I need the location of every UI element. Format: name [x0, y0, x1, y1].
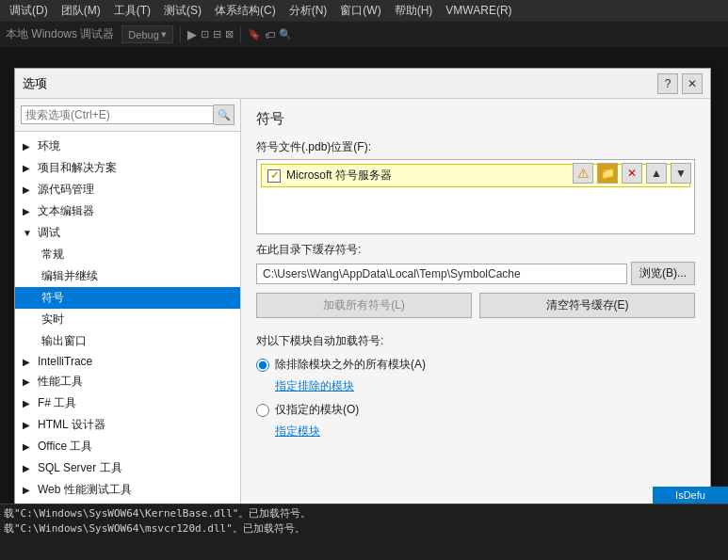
dialog-title: 选项	[23, 75, 47, 92]
tree-arrow-fsharp: ▶	[23, 398, 34, 408]
tree-label-sqlserver: SQL Server 工具	[38, 460, 122, 476]
symbols-file-label: 符号文件(.pdb)位置(F):	[256, 139, 695, 155]
tree-item-intellitrace[interactable]: ▶IntelliTrace	[15, 352, 240, 371]
menu-vmware[interactable]: VMWARE(R)	[440, 2, 517, 19]
dialog-help-button[interactable]: ?	[657, 73, 678, 94]
tree-arrow-webperf: ▶	[23, 485, 34, 495]
dialog-overlay: 选项 ? ✕ 🔍 ▶环境▶项目和解决方案▶源代码管理▶文本编辑器▼调试常规编辑并…	[0, 21, 728, 504]
right-panel: 符号 符号文件(.pdb)位置(F): ⚠ 📁 ✕ ▲ ▼	[241, 99, 710, 504]
menu-debug[interactable]: 调试(D)	[4, 1, 54, 21]
radio-all-modules[interactable]	[256, 359, 269, 372]
tree-label-symbols: 符号	[41, 290, 64, 306]
folder-icon: 📁	[601, 167, 615, 180]
symbols-file-area: ⚠ 📁 ✕ ▲ ▼ Microsoft 符号服务器	[256, 159, 695, 234]
dialog-controls: ? ✕	[657, 73, 703, 94]
menu-window[interactable]: 窗口(W)	[334, 1, 386, 21]
menu-architecture[interactable]: 体系结构(C)	[209, 1, 282, 21]
tree-arrow-project: ▶	[23, 163, 34, 173]
tree-label-htmldesigner: HTML 设计器	[38, 417, 105, 433]
radio-specific-modules-row: 仅指定的模块(O)	[256, 402, 695, 418]
tree-item-debug[interactable]: ▼调试	[15, 222, 240, 244]
tree-item-symbols[interactable]: 符号	[15, 287, 240, 309]
tree-label-debug: 调试	[38, 225, 60, 241]
tree-label-source: 源代码管理	[38, 182, 94, 198]
clear-cache-button[interactable]: 清空符号缓存(E)	[479, 293, 695, 318]
tree-arrow-source: ▶	[23, 184, 34, 195]
tree-label-project: 项目和解决方案	[38, 160, 117, 176]
menu-help[interactable]: 帮助(H)	[389, 1, 439, 21]
tree-item-fsharp[interactable]: ▶F# 工具	[15, 392, 240, 414]
browse-button[interactable]: 浏览(B)...	[631, 262, 695, 285]
delete-icon-btn[interactable]: ✕	[622, 163, 642, 184]
section-title: 符号	[256, 110, 695, 128]
search-icon-btn[interactable]: 🔍	[214, 104, 235, 125]
tree-label-intellitrace: IntelliTrace	[38, 355, 92, 368]
output-line-2: 载"C:\Windows\SysWOW64\msvcr120d.dll"。已加载…	[4, 521, 724, 536]
tree-arrow-env: ▶	[23, 141, 34, 152]
tree-item-source[interactable]: ▶源代码管理	[15, 179, 240, 200]
tree-item-texteditor[interactable]: ▶文本编辑器	[15, 200, 240, 222]
tree-item-sqlserver[interactable]: ▶SQL Server 工具	[15, 457, 240, 479]
tree-label-realtime: 实时	[41, 312, 64, 328]
menu-bar: 调试(D) 团队(M) 工具(T) 测试(S) 体系结构(C) 分析(N) 窗口…	[0, 0, 728, 21]
menu-test[interactable]: 测试(S)	[158, 1, 207, 21]
output-area: 载"C:\Windows\SysWOW64\KernelBase.dll"。已加…	[0, 504, 728, 560]
tree-arrow-sqlserver: ▶	[23, 463, 34, 473]
radio-specific-modules-label: 仅指定的模块(O)	[275, 402, 359, 418]
tree-item-officetools[interactable]: ▶Office 工具	[15, 436, 240, 457]
tree-arrow-officetools: ▶	[23, 441, 34, 452]
tree-item-htmldesigner[interactable]: ▶HTML 设计器	[15, 414, 240, 436]
up-icon-btn[interactable]: ▲	[646, 163, 667, 184]
left-panel: 🔍 ▶环境▶项目和解决方案▶源代码管理▶文本编辑器▼调试常规编辑并继续符号实时输…	[15, 99, 241, 504]
tree-item-output[interactable]: 输出窗口	[15, 330, 240, 352]
tree-arrow-intellitrace: ▶	[23, 357, 34, 367]
tree-item-perftools[interactable]: ▶性能工具	[15, 371, 240, 392]
tree-label-fsharp: F# 工具	[38, 395, 76, 411]
warning-icon-btn[interactable]: ⚠	[573, 163, 593, 184]
dialog-close-button[interactable]: ✕	[682, 73, 703, 94]
radio-specific-modules[interactable]	[256, 404, 269, 417]
symbol-server-text: Microsoft 符号服务器	[286, 168, 392, 184]
tree-item-general[interactable]: 常规	[15, 244, 240, 265]
tree-item-realtime[interactable]: 实时	[15, 309, 240, 330]
radio-all-modules-label: 除排除模块之外的所有模块(A)	[275, 357, 426, 373]
search-icon: 🔍	[218, 109, 231, 121]
cache-dir-label: 在此目录下缓存符号:	[256, 242, 695, 258]
options-dialog: 选项 ? ✕ 🔍 ▶环境▶项目和解决方案▶源代码管理▶文本编辑器▼调试常规编辑并…	[14, 68, 711, 544]
tree-item-env[interactable]: ▶环境	[15, 136, 240, 157]
symbol-checkbox[interactable]	[267, 169, 281, 183]
tree-label-perftools: 性能工具	[38, 374, 83, 390]
search-box: 🔍	[15, 99, 240, 132]
dialog-title-bar: 选项 ? ✕	[15, 69, 710, 99]
tree-arrow-perftools: ▶	[23, 376, 34, 387]
tree-label-texteditor: 文本编辑器	[38, 203, 94, 219]
menu-tools[interactable]: 工具(T)	[108, 1, 156, 21]
cache-dir-row: 浏览(B)...	[256, 262, 695, 285]
tree-label-webperf: Web 性能测试工具	[38, 482, 132, 498]
menu-analyze[interactable]: 分析(N)	[283, 1, 333, 21]
specify-modules-link[interactable]: 指定模块	[275, 424, 695, 440]
exclude-modules-link[interactable]: 指定排除的模块	[275, 378, 695, 394]
tree-label-officetools: Office 工具	[38, 439, 92, 455]
output-line-1: 载"C:\Windows\SysWOW64\KernelBase.dll"。已加…	[4, 506, 724, 521]
tree-arrow-texteditor: ▶	[23, 206, 34, 216]
auto-load-label: 对以下模块自动加载符号:	[256, 333, 695, 349]
folder-icon-btn[interactable]: 📁	[597, 163, 618, 184]
tree-arrow-debug: ▼	[23, 228, 34, 238]
cache-dir-input[interactable]	[256, 264, 627, 284]
radio-all-modules-row: 除排除模块之外的所有模块(A)	[256, 357, 695, 373]
tree-item-webperf[interactable]: ▶Web 性能测试工具	[15, 479, 240, 501]
tree-label-env: 环境	[38, 138, 60, 154]
tree-label-general: 常规	[41, 247, 64, 263]
menu-team[interactable]: 团队(M)	[56, 1, 106, 21]
tree-item-editcontinue[interactable]: 编辑并继续	[15, 265, 240, 287]
tree-item-project[interactable]: ▶项目和解决方案	[15, 157, 240, 179]
tree-area: ▶环境▶项目和解决方案▶源代码管理▶文本编辑器▼调试常规编辑并继续符号实时输出窗…	[15, 132, 240, 504]
tree-arrow-htmldesigner: ▶	[23, 420, 34, 430]
load-all-button[interactable]: 加载所有符号(L)	[256, 293, 472, 318]
tree-label-editcontinue: 编辑并继续	[41, 268, 98, 284]
tree-label-output: 输出窗口	[41, 333, 87, 349]
search-input[interactable]	[21, 105, 214, 124]
status-bar: IsDefu	[653, 487, 728, 504]
down-icon-btn[interactable]: ▼	[671, 163, 691, 184]
